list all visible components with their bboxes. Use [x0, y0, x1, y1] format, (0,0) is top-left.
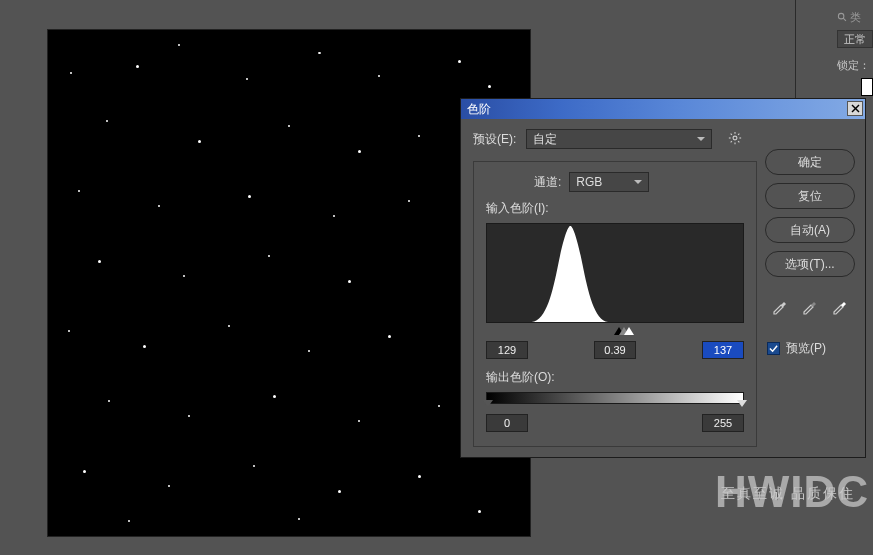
lock-label: 锁定： — [837, 58, 873, 72]
watermark-tagline: 至真至诚 品质保住 — [721, 485, 855, 503]
dialog-title: 色阶 — [467, 101, 491, 118]
input-gamma-field[interactable]: 0.39 — [594, 341, 636, 359]
preset-label: 预设(E): — [473, 131, 516, 148]
input-white-slider[interactable] — [624, 322, 634, 335]
preset-value: 自定 — [533, 131, 557, 148]
input-slider-track[interactable] — [486, 323, 744, 335]
input-white-field[interactable]: 137 — [702, 341, 744, 359]
levels-inset-panel: 通道: RGB 输入色阶(I): 129 0.39 137 — [473, 161, 757, 447]
document-canvas[interactable] — [48, 30, 530, 536]
close-icon — [851, 104, 860, 113]
svg-line-11 — [731, 141, 732, 142]
panel-search[interactable]: 类 — [837, 8, 873, 26]
svg-line-10 — [738, 141, 739, 142]
channel-select[interactable]: RGB — [569, 172, 649, 192]
output-black-field[interactable]: 0 — [486, 414, 528, 432]
preset-select[interactable]: 自定 — [526, 129, 712, 149]
histogram[interactable] — [486, 223, 744, 323]
options-button[interactable]: 选项(T)... — [765, 251, 855, 277]
svg-line-1 — [843, 18, 846, 21]
input-levels-label: 输入色阶(I): — [486, 200, 744, 217]
gear-icon — [728, 131, 742, 145]
output-white-slider[interactable] — [737, 400, 747, 412]
search-icon — [837, 12, 848, 23]
auto-button[interactable]: 自动(A) — [765, 217, 855, 243]
ok-button[interactable]: 确定 — [765, 149, 855, 175]
blend-mode-select[interactable]: 正常 — [837, 30, 873, 48]
eyedropper-black-button[interactable] — [771, 297, 789, 318]
dialog-titlebar[interactable]: 色阶 — [461, 99, 865, 119]
eyedropper-gray-button[interactable] — [801, 297, 819, 318]
output-gradient[interactable] — [486, 392, 744, 404]
histogram-curve — [487, 224, 743, 322]
channel-value: RGB — [576, 175, 602, 189]
output-levels-label: 输出色阶(O): — [486, 369, 744, 386]
panel-search-placeholder: 类 — [850, 10, 861, 25]
output-black-slider[interactable] — [483, 400, 493, 412]
preview-label: 预览(P) — [786, 340, 826, 357]
layer-thumbnail[interactable] — [861, 78, 873, 96]
dialog-side-buttons: 确定 复位 自动(A) 选项(T)... 预览(P) — [765, 149, 855, 357]
output-white-field[interactable]: 255 — [702, 414, 744, 432]
reset-button[interactable]: 复位 — [765, 183, 855, 209]
eyedropper-icon — [771, 297, 789, 315]
eyedropper-icon — [801, 297, 819, 315]
svg-point-4 — [733, 136, 737, 140]
input-black-field[interactable]: 129 — [486, 341, 528, 359]
levels-dialog: 色阶 预设(E): 自定 通道: RGB 输入色阶(I): — [460, 98, 866, 458]
eyedropper-white-button[interactable] — [831, 297, 849, 318]
preview-checkbox[interactable] — [767, 342, 780, 355]
check-icon — [769, 344, 778, 353]
layers-panel-strip: 类 正常 锁定： — [795, 0, 873, 100]
channel-label: 通道: — [534, 174, 561, 191]
svg-line-9 — [731, 133, 732, 134]
close-button[interactable] — [847, 101, 863, 116]
eyedropper-icon — [831, 297, 849, 315]
preset-menu-button[interactable] — [728, 131, 742, 148]
svg-point-0 — [838, 13, 844, 19]
svg-line-12 — [738, 133, 739, 134]
